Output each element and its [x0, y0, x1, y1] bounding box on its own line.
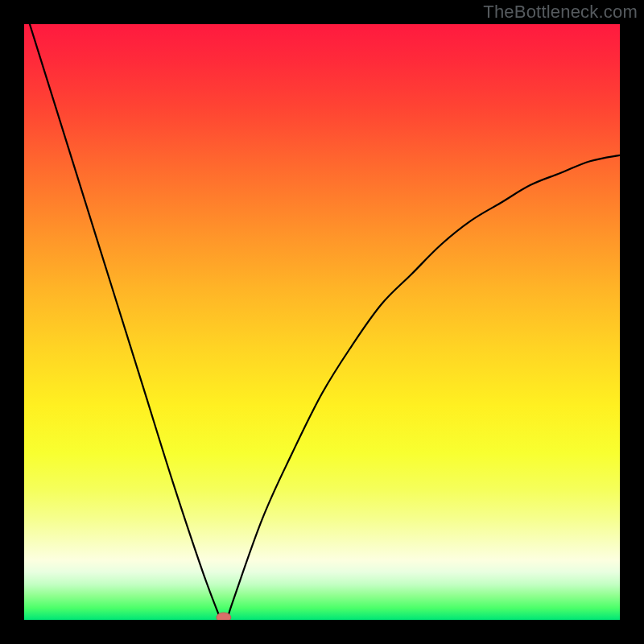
bottleneck-curve-line	[24, 24, 620, 620]
chart-frame: TheBottleneck.com	[0, 0, 644, 644]
plot-area	[24, 24, 620, 620]
curve-svg	[24, 24, 620, 620]
watermark-text: TheBottleneck.com	[483, 2, 638, 23]
optimal-point-marker	[217, 613, 231, 620]
